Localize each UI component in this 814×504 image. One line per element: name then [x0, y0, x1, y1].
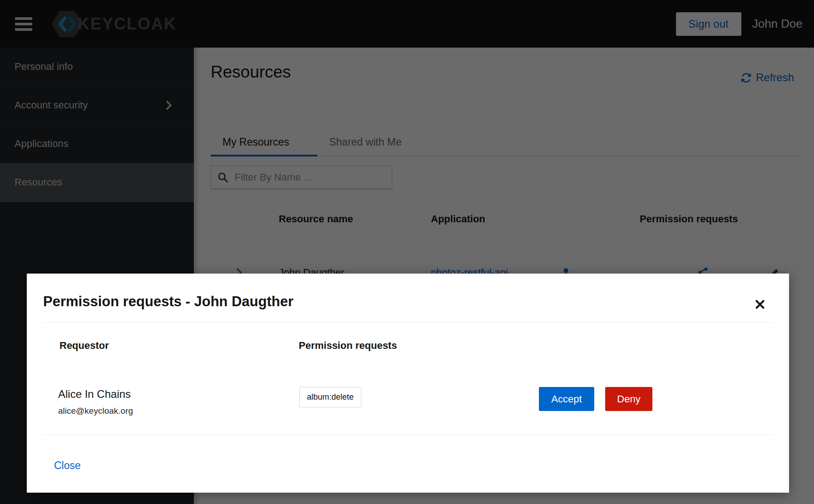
modal-close-button[interactable]: [753, 297, 767, 313]
permission-requests-modal: Permission requests - John Daugther Requ…: [27, 274, 789, 493]
modal-close-link[interactable]: Close: [54, 460, 81, 472]
deny-button[interactable]: Deny: [605, 387, 652, 411]
modal-title: Permission requests - John Daugther: [43, 294, 293, 310]
requestor-email: alice@keycloak.org: [58, 406, 133, 416]
modal-header-divider: [43, 322, 773, 323]
keycloak-account-console: KEYCLOAK Sign out John Doe Personal info…: [0, 0, 814, 504]
modal-column-permission-requests: Permission requests: [299, 340, 397, 352]
modal-column-requestor: Requestor: [59, 340, 109, 352]
close-icon: [755, 299, 765, 310]
scope-chip: album:delete: [299, 387, 361, 407]
accept-button[interactable]: Accept: [539, 387, 594, 411]
requestor-name: Alice In Chains: [58, 388, 131, 401]
modal-footer-divider: [43, 435, 773, 435]
